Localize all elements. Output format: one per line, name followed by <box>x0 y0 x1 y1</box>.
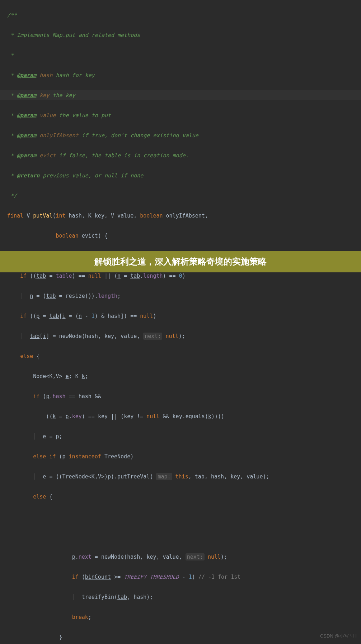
code-line: │ treeifyBin(tab, hash); <box>7 592 361 602</box>
code-line: else { <box>7 351 361 361</box>
code-line: │ tab[i] = newNode(hash, key, value, nex… <box>7 331 361 341</box>
doc-param-line: * @param evict if false, the table is in… <box>7 151 361 161</box>
code-line: if (p.hash == hash && <box>7 391 361 401</box>
code-line: ((k = p.key) == key || (key != null && k… <box>7 411 361 421</box>
code-line: │ n = (tab = resize()).length; <box>7 291 361 301</box>
doc-line: * Implements Map.put and related methods <box>7 30 361 40</box>
code-line: │ e = ((TreeNode<K,V>)p).putTreeVal( map… <box>7 472 361 482</box>
code-line: if ((tab = table) == null || (n = tab.le… <box>7 271 361 281</box>
method-signature-cont: boolean evict) { <box>7 231 361 241</box>
doc-param-line: * @param hash hash for key <box>7 70 361 80</box>
method-signature: final V putVal(int hash, K key, V value,… <box>7 211 361 221</box>
code-line: else if (p instanceof TreeNode) <box>7 452 361 462</box>
code-line: p.next = newNode(hash, key, value, next:… <box>7 552 361 562</box>
doc-param-line: * @param onlyIfAbsent if true, don't cha… <box>7 130 361 140</box>
doc-param-line: * @param value the value to put <box>7 110 361 120</box>
doc-line: /** <box>7 10 361 20</box>
code-line: if (binCount >= TREEIFY_THRESHOLD - 1) /… <box>7 572 361 582</box>
code-line: │ e = p; <box>7 431 361 442</box>
code-line-obscured <box>7 512 361 522</box>
doc-line: */ <box>7 191 361 201</box>
code-editor[interactable]: /** * Implements Map.put and related met… <box>0 0 361 644</box>
code-line-obscured <box>7 532 361 542</box>
code-line: if ((p = tab[i = (n - 1) & hash]) == nul… <box>7 311 361 321</box>
overlay-banner: 解锁胜利之道，深入解析策略奇境的实施策略 <box>0 251 361 272</box>
doc-param-line-highlighted: * @param key the key <box>0 90 361 100</box>
code-line: break; <box>7 612 361 622</box>
doc-return-line: * @return previous value, or null if non… <box>7 171 361 181</box>
doc-line: * <box>7 50 361 60</box>
code-line: } <box>7 632 361 642</box>
code-line: else { <box>7 492 361 502</box>
watermark-text: CSDN @小写丶H <box>320 631 357 641</box>
code-line: Node<K,V> e; K k; <box>7 371 361 381</box>
